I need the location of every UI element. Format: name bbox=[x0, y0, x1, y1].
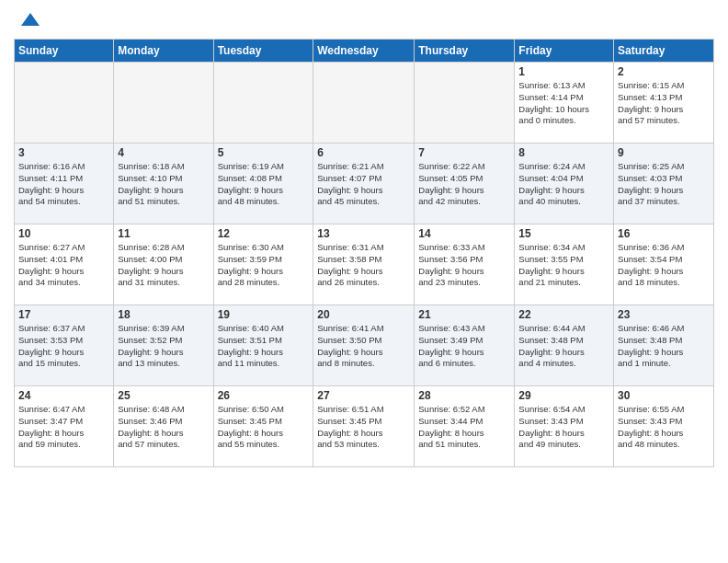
day-cell bbox=[313, 63, 415, 144]
day-info: Sunrise: 6:19 AM Sunset: 4:08 PM Dayligh… bbox=[218, 161, 310, 208]
day-number: 20 bbox=[317, 308, 410, 321]
day-cell: 25Sunrise: 6:48 AM Sunset: 3:46 PM Dayli… bbox=[114, 386, 213, 467]
day-cell bbox=[114, 63, 213, 144]
weekday-header-row: SundayMondayTuesdayWednesdayThursdayFrid… bbox=[15, 40, 714, 63]
day-info: Sunrise: 6:30 AM Sunset: 3:59 PM Dayligh… bbox=[218, 242, 310, 289]
day-cell: 2Sunrise: 6:15 AM Sunset: 4:13 PM Daylig… bbox=[614, 63, 714, 144]
page-header bbox=[14, 9, 714, 31]
day-cell: 11Sunrise: 6:28 AM Sunset: 4:00 PM Dayli… bbox=[114, 224, 213, 305]
day-cell: 4Sunrise: 6:18 AM Sunset: 4:10 PM Daylig… bbox=[114, 144, 213, 224]
day-info: Sunrise: 6:48 AM Sunset: 3:46 PM Dayligh… bbox=[118, 404, 209, 451]
day-info: Sunrise: 6:18 AM Sunset: 4:10 PM Dayligh… bbox=[118, 161, 209, 208]
day-cell: 20Sunrise: 6:41 AM Sunset: 3:50 PM Dayli… bbox=[313, 305, 415, 386]
day-number: 6 bbox=[317, 146, 410, 159]
day-number: 29 bbox=[518, 389, 609, 402]
day-number: 18 bbox=[118, 308, 209, 321]
logo-icon bbox=[17, 9, 43, 35]
day-cell: 17Sunrise: 6:37 AM Sunset: 3:53 PM Dayli… bbox=[15, 305, 114, 386]
day-cell: 13Sunrise: 6:31 AM Sunset: 3:58 PM Dayli… bbox=[313, 224, 415, 305]
day-info: Sunrise: 6:36 AM Sunset: 3:54 PM Dayligh… bbox=[618, 242, 710, 289]
day-cell: 23Sunrise: 6:46 AM Sunset: 3:48 PM Dayli… bbox=[614, 305, 714, 386]
day-cell: 28Sunrise: 6:52 AM Sunset: 3:44 PM Dayli… bbox=[415, 386, 515, 467]
day-info: Sunrise: 6:25 AM Sunset: 4:03 PM Dayligh… bbox=[618, 161, 710, 208]
day-number: 9 bbox=[618, 146, 710, 159]
weekday-tuesday: Tuesday bbox=[213, 40, 313, 63]
day-cell: 24Sunrise: 6:47 AM Sunset: 3:47 PM Dayli… bbox=[15, 386, 114, 467]
day-info: Sunrise: 6:39 AM Sunset: 3:52 PM Dayligh… bbox=[118, 323, 209, 370]
weekday-sunday: Sunday bbox=[15, 40, 114, 63]
day-cell: 7Sunrise: 6:22 AM Sunset: 4:05 PM Daylig… bbox=[415, 144, 515, 224]
day-cell: 19Sunrise: 6:40 AM Sunset: 3:51 PM Dayli… bbox=[213, 305, 313, 386]
day-cell: 22Sunrise: 6:44 AM Sunset: 3:48 PM Dayli… bbox=[515, 305, 614, 386]
day-number: 7 bbox=[418, 146, 510, 159]
day-number: 14 bbox=[418, 227, 510, 240]
day-number: 4 bbox=[118, 146, 209, 159]
week-row-4: 17Sunrise: 6:37 AM Sunset: 3:53 PM Dayli… bbox=[15, 305, 714, 386]
day-number: 10 bbox=[18, 227, 109, 240]
day-info: Sunrise: 6:22 AM Sunset: 4:05 PM Dayligh… bbox=[418, 161, 510, 208]
day-cell: 26Sunrise: 6:50 AM Sunset: 3:45 PM Dayli… bbox=[213, 386, 313, 467]
day-cell: 30Sunrise: 6:55 AM Sunset: 3:43 PM Dayli… bbox=[614, 386, 714, 467]
weekday-friday: Friday bbox=[515, 40, 614, 63]
day-info: Sunrise: 6:24 AM Sunset: 4:04 PM Dayligh… bbox=[518, 161, 609, 208]
day-info: Sunrise: 6:50 AM Sunset: 3:45 PM Dayligh… bbox=[218, 404, 310, 451]
day-number: 17 bbox=[18, 308, 109, 321]
day-number: 25 bbox=[118, 389, 209, 402]
logo bbox=[14, 9, 43, 31]
day-info: Sunrise: 6:28 AM Sunset: 4:00 PM Dayligh… bbox=[118, 242, 209, 289]
day-cell: 14Sunrise: 6:33 AM Sunset: 3:56 PM Dayli… bbox=[415, 224, 515, 305]
day-info: Sunrise: 6:34 AM Sunset: 3:55 PM Dayligh… bbox=[518, 242, 609, 289]
day-number: 15 bbox=[518, 227, 609, 240]
day-cell bbox=[415, 63, 515, 144]
day-cell: 27Sunrise: 6:51 AM Sunset: 3:45 PM Dayli… bbox=[313, 386, 415, 467]
day-cell bbox=[213, 63, 313, 144]
day-info: Sunrise: 6:16 AM Sunset: 4:11 PM Dayligh… bbox=[18, 161, 109, 208]
day-info: Sunrise: 6:51 AM Sunset: 3:45 PM Dayligh… bbox=[317, 404, 410, 451]
day-info: Sunrise: 6:54 AM Sunset: 3:43 PM Dayligh… bbox=[518, 404, 609, 451]
day-info: Sunrise: 6:41 AM Sunset: 3:50 PM Dayligh… bbox=[317, 323, 410, 370]
weekday-saturday: Saturday bbox=[614, 40, 714, 63]
weekday-thursday: Thursday bbox=[415, 40, 515, 63]
week-row-1: 1Sunrise: 6:13 AM Sunset: 4:14 PM Daylig… bbox=[15, 63, 714, 144]
day-info: Sunrise: 6:55 AM Sunset: 3:43 PM Dayligh… bbox=[618, 404, 710, 451]
day-info: Sunrise: 6:15 AM Sunset: 4:13 PM Dayligh… bbox=[618, 80, 710, 127]
day-number: 24 bbox=[18, 389, 109, 402]
calendar: SundayMondayTuesdayWednesdayThursdayFrid… bbox=[14, 39, 714, 467]
day-cell: 15Sunrise: 6:34 AM Sunset: 3:55 PM Dayli… bbox=[515, 224, 614, 305]
week-row-5: 24Sunrise: 6:47 AM Sunset: 3:47 PM Dayli… bbox=[15, 386, 714, 467]
day-info: Sunrise: 6:13 AM Sunset: 4:14 PM Dayligh… bbox=[518, 80, 609, 127]
day-info: Sunrise: 6:43 AM Sunset: 3:49 PM Dayligh… bbox=[418, 323, 510, 370]
day-number: 5 bbox=[218, 146, 310, 159]
day-number: 27 bbox=[317, 389, 410, 402]
day-number: 21 bbox=[418, 308, 510, 321]
day-number: 30 bbox=[618, 389, 710, 402]
day-info: Sunrise: 6:40 AM Sunset: 3:51 PM Dayligh… bbox=[218, 323, 310, 370]
day-number: 22 bbox=[518, 308, 609, 321]
week-row-3: 10Sunrise: 6:27 AM Sunset: 4:01 PM Dayli… bbox=[15, 224, 714, 305]
day-number: 1 bbox=[518, 65, 609, 78]
day-number: 16 bbox=[618, 227, 710, 240]
day-number: 23 bbox=[618, 308, 710, 321]
day-cell: 18Sunrise: 6:39 AM Sunset: 3:52 PM Dayli… bbox=[114, 305, 213, 386]
day-number: 2 bbox=[618, 65, 710, 78]
day-info: Sunrise: 6:44 AM Sunset: 3:48 PM Dayligh… bbox=[518, 323, 609, 370]
day-cell: 3Sunrise: 6:16 AM Sunset: 4:11 PM Daylig… bbox=[15, 144, 114, 224]
day-info: Sunrise: 6:52 AM Sunset: 3:44 PM Dayligh… bbox=[418, 404, 510, 451]
day-number: 28 bbox=[418, 389, 510, 402]
day-info: Sunrise: 6:21 AM Sunset: 4:07 PM Dayligh… bbox=[317, 161, 410, 208]
day-cell: 12Sunrise: 6:30 AM Sunset: 3:59 PM Dayli… bbox=[213, 224, 313, 305]
day-cell: 8Sunrise: 6:24 AM Sunset: 4:04 PM Daylig… bbox=[515, 144, 614, 224]
day-cell: 6Sunrise: 6:21 AM Sunset: 4:07 PM Daylig… bbox=[313, 144, 415, 224]
day-info: Sunrise: 6:31 AM Sunset: 3:58 PM Dayligh… bbox=[317, 242, 410, 289]
weekday-monday: Monday bbox=[114, 40, 213, 63]
day-cell: 21Sunrise: 6:43 AM Sunset: 3:49 PM Dayli… bbox=[415, 305, 515, 386]
day-number: 19 bbox=[218, 308, 310, 321]
day-number: 13 bbox=[317, 227, 410, 240]
day-info: Sunrise: 6:46 AM Sunset: 3:48 PM Dayligh… bbox=[618, 323, 710, 370]
day-info: Sunrise: 6:47 AM Sunset: 3:47 PM Dayligh… bbox=[18, 404, 109, 451]
day-info: Sunrise: 6:33 AM Sunset: 3:56 PM Dayligh… bbox=[418, 242, 510, 289]
day-number: 12 bbox=[218, 227, 310, 240]
day-cell bbox=[15, 63, 114, 144]
day-cell: 9Sunrise: 6:25 AM Sunset: 4:03 PM Daylig… bbox=[614, 144, 714, 224]
day-info: Sunrise: 6:37 AM Sunset: 3:53 PM Dayligh… bbox=[18, 323, 109, 370]
